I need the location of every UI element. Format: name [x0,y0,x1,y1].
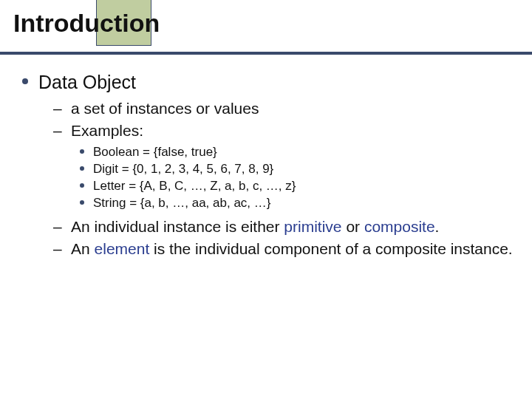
bullet-text: a set of instances or values [71,99,259,118]
bullet-text: Boolean = {false, true} [93,144,217,160]
bullet-level3: Boolean = {false, true} [80,144,517,160]
bullet-text: Digit = {0, 1, 2, 3, 4, 5, 6, 7, 8, 9} [93,161,273,177]
level3-group: Boolean = {false, true} Digit = {0, 1, 2… [80,144,517,211]
text-fragment: or [346,218,364,235]
content-area: Data Object – a set of instances or valu… [22,71,517,262]
text-fragment: An [71,240,95,257]
bullet-text: Examples: [71,121,143,140]
keyword: element [95,240,150,257]
disc-bullet-icon [80,149,84,154]
disc-bullet-icon [22,78,28,84]
bullet-level2: – Examples: [53,121,517,140]
bullet-level2: – a set of instances or values [53,99,517,118]
keyword: composite [364,218,435,235]
slide: Introduction Data Object – a set of inst… [0,0,532,399]
bullet-level3: String = {a, b, …, aa, ab, ac, …} [80,195,517,211]
horizontal-rule [0,52,532,55]
bullet-text: An individual instance is either primiti… [71,217,439,236]
bullet-text: Data Object [38,71,136,93]
level2-group: – a set of instances or values – Example… [53,99,517,141]
text-fragment: is the individual component of a composi… [154,240,513,257]
text-fragment: An individual instance is either [71,218,284,235]
level2-group: – An individual instance is either primi… [53,217,517,259]
bullet-level2: – An element is the individual component… [53,239,517,259]
keyword: primitive [284,218,341,235]
disc-bullet-icon [80,183,84,188]
disc-bullet-icon [80,200,84,205]
disc-bullet-icon [80,166,84,171]
bullet-text: Letter = {A, B, C, …, Z, a, b, c, …, z} [93,178,296,194]
bullet-level3: Letter = {A, B, C, …, Z, a, b, c, …, z} [80,178,517,194]
bullet-text: An element is the individual component o… [71,239,513,259]
text-fragment: . [435,218,440,235]
dash-bullet-icon: – [53,121,62,140]
bullet-level3: Digit = {0, 1, 2, 3, 4, 5, 6, 7, 8, 9} [80,161,517,177]
dash-bullet-icon: – [53,239,62,259]
slide-title: Introduction [13,10,160,35]
dash-bullet-icon: – [53,99,62,118]
dash-bullet-icon: – [53,217,62,236]
bullet-level1: Data Object [22,71,517,93]
bullet-level2: – An individual instance is either primi… [53,217,517,236]
bullet-text: String = {a, b, …, aa, ab, ac, …} [93,195,271,211]
